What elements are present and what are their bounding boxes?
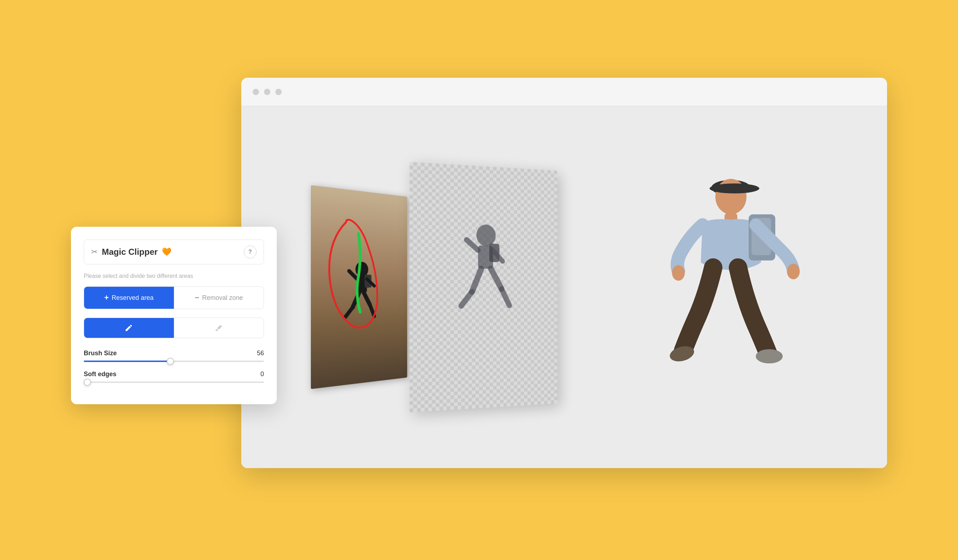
panel-header: ✂ Magic Clipper 🧡 ?	[84, 240, 264, 264]
minus-icon: −	[195, 293, 200, 302]
scissors-icon: ✂	[91, 247, 98, 257]
browser-dot-2	[264, 89, 270, 95]
removal-zone-button[interactable]: − Removal zone	[174, 287, 264, 309]
svg-line-15	[461, 292, 472, 306]
brush-size-thumb[interactable]	[167, 358, 174, 365]
soft-edges-label: Soft edges	[84, 371, 116, 378]
browser-window	[241, 78, 887, 468]
removal-zone-label: Removal zone	[202, 294, 243, 301]
panel-title: Magic Clipper	[102, 247, 157, 257]
browser-content	[241, 106, 887, 468]
browser-toolbar	[241, 78, 887, 106]
plus-icon: +	[104, 293, 109, 302]
svg-point-28	[756, 349, 783, 363]
brush-size-track[interactable]	[84, 360, 264, 362]
scene: ✂ Magic Clipper 🧡 ? Please select and di…	[71, 49, 887, 511]
brush-size-label: Brush Size	[84, 349, 117, 357]
browser-dot-1	[253, 89, 259, 95]
crown-icon: 🧡	[162, 247, 171, 257]
help-button[interactable]: ?	[244, 246, 257, 259]
panel-header-left: ✂ Magic Clipper 🧡	[91, 247, 171, 257]
soft-edges-thumb[interactable]	[84, 379, 91, 386]
svg-line-12	[466, 240, 478, 250]
tool-buttons-group	[84, 317, 264, 338]
eraser-tool-button[interactable]	[174, 318, 264, 338]
eraser-icon	[215, 324, 223, 332]
brush-tool-button[interactable]	[84, 318, 174, 338]
red-stroke-svg	[311, 185, 407, 389]
clip-panel	[409, 162, 557, 412]
clip-person-svg	[428, 214, 541, 404]
magic-clipper-panel: ✂ Magic Clipper 🧡 ? Please select and di…	[71, 227, 277, 404]
soft-edges-section: Soft edges 0	[84, 371, 264, 383]
result-figure	[582, 159, 823, 443]
canvas-area	[241, 106, 887, 468]
reserved-area-button[interactable]: + Reserved area	[84, 287, 174, 309]
brush-size-section: Brush Size 56	[84, 349, 264, 362]
reserved-area-label: Reserved area	[112, 294, 154, 301]
original-photo-panel	[311, 185, 407, 389]
svg-point-9	[476, 224, 496, 246]
soft-edges-label-row: Soft edges 0	[84, 371, 264, 378]
svg-line-17	[501, 289, 509, 306]
brush-size-value: 56	[257, 349, 264, 357]
svg-line-16	[491, 269, 502, 289]
svg-point-26	[787, 264, 800, 279]
brush-size-label-row: Brush Size 56	[84, 349, 264, 357]
svg-point-25	[672, 265, 685, 281]
panel-subtitle: Please select and divide two different a…	[84, 273, 264, 279]
svg-point-21	[710, 184, 759, 194]
zone-buttons-group: + Reserved area − Removal zone	[84, 286, 264, 309]
browser-dot-3	[275, 89, 282, 95]
soft-edges-track[interactable]	[84, 381, 264, 383]
brush-icon	[125, 324, 133, 332]
brush-size-fill	[84, 360, 170, 362]
soft-edges-value: 0	[260, 371, 264, 378]
result-person-svg	[582, 159, 823, 443]
svg-line-14	[472, 269, 481, 292]
